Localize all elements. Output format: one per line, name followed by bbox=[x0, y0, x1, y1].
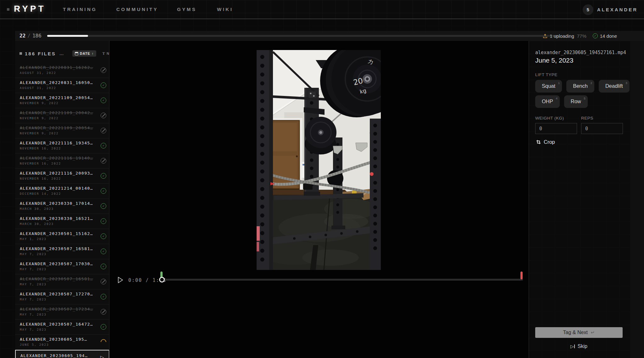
weight-input[interactable] bbox=[535, 123, 577, 134]
file-date: JUNE 5, 2023 bbox=[20, 343, 97, 346]
lift-button-label: Squat bbox=[542, 83, 555, 89]
file-item[interactable]: ALEXANDER_20221116_20093… NOVEMBER 16, 2… bbox=[15, 169, 109, 184]
sort-direction-arrow-icon: ↑ bbox=[92, 52, 94, 55]
check-circle-icon bbox=[101, 294, 106, 299]
current-filename: alexander_20230605_194527161.mp4 bbox=[535, 50, 626, 55]
files-menu-button[interactable]: … bbox=[59, 51, 64, 56]
counter-separator: / bbox=[25, 33, 32, 39]
file-item[interactable]: ALEXANDER_20230501_15162… MAY 1, 2023 bbox=[15, 229, 109, 244]
skip-icon: ▷ bbox=[570, 344, 575, 349]
counter-total: 186 bbox=[32, 33, 42, 39]
timeline-track[interactable] bbox=[162, 279, 523, 281]
file-date: NOVEMBER 9, 2022 bbox=[20, 101, 97, 105]
crop-button[interactable]: Crop bbox=[536, 139, 555, 145]
file-item[interactable]: ALEXANDER_20230507_17270… MAY 7, 2023 bbox=[15, 289, 109, 305]
menu-icon[interactable] bbox=[7, 8, 9, 11]
skip-circle-icon bbox=[101, 67, 106, 73]
nav-item-community[interactable]: COMMUNITY bbox=[116, 7, 158, 12]
check-circle-icon bbox=[101, 249, 106, 254]
check-circle-icon bbox=[101, 188, 106, 194]
file-name: ALEXANDER_20230507_17270… bbox=[20, 292, 97, 296]
file-date: NOVEMBER 9, 2022 bbox=[20, 131, 97, 135]
file-name: ALEXANDER_20230330_16521… bbox=[20, 216, 97, 221]
file-item[interactable]: ALEXANDER_20230507_17030… MAY 7, 2023 bbox=[15, 259, 109, 274]
video-frame[interactable]: 20 kg カ bbox=[257, 50, 381, 270]
check-circle-icon bbox=[101, 143, 106, 148]
skip-button[interactable]: ▷ Skip bbox=[535, 344, 623, 349]
shortcut-key: 4 bbox=[556, 97, 557, 100]
file-name: ALEXANDER_20220831_16050… bbox=[20, 80, 97, 85]
file-item[interactable]: ALEXANDER_20230330_17014… MARCH 30, 2023 bbox=[15, 199, 109, 214]
sort-by-name-button[interactable]: T NAME bbox=[102, 51, 109, 56]
tag-next-label: Tag & Next bbox=[563, 330, 588, 335]
file-date: MAY 7, 2023 bbox=[20, 313, 97, 316]
file-date: DECEMBER 14, 2022 bbox=[20, 192, 97, 195]
trim-end-marker[interactable] bbox=[520, 271, 523, 279]
tag-and-next-button[interactable]: Tag & Next ↵ bbox=[535, 327, 623, 338]
file-date: MAY 1, 2023 bbox=[20, 237, 97, 241]
progress-fill bbox=[47, 35, 88, 37]
check-circle-icon bbox=[101, 173, 106, 179]
file-item[interactable]: ALEXANDER_20221109_20054… NOVEMBER 9, 20… bbox=[15, 123, 109, 138]
playhead-handle[interactable] bbox=[159, 277, 165, 282]
file-name: ALEXANDER_20230330_17014… bbox=[20, 201, 97, 206]
done-label: 14 done bbox=[600, 33, 617, 39]
file-name: ALEXANDER_20230507_16581… bbox=[20, 246, 97, 251]
sort-by-date-button[interactable]: DATE ↑ bbox=[72, 50, 97, 57]
file-name: ALEXANDER_20221109_20054… bbox=[20, 95, 97, 100]
lift-button-label: Bench bbox=[573, 83, 588, 89]
nav-item-training[interactable]: TRAINING bbox=[63, 7, 97, 12]
app-logo[interactable]: RYPT bbox=[14, 4, 46, 14]
file-item[interactable]: ALEXANDER_20230507_16581… MAY 7, 2023 bbox=[15, 244, 109, 259]
lift-button-label: Row bbox=[571, 98, 581, 104]
file-item[interactable]: ALEXANDER_20230605_195… JUNE 5, 2023 bbox=[15, 335, 109, 350]
file-item[interactable]: ALEXANDER_20230330_16521… MARCH 30, 2023 bbox=[15, 214, 109, 229]
file-date: MAY 7, 2023 bbox=[20, 298, 97, 301]
lift-button-row[interactable]: Row 5 bbox=[564, 95, 588, 108]
file-date: AUGUST 31, 2022 bbox=[20, 86, 97, 90]
check-circle-icon bbox=[101, 324, 106, 330]
reps-input[interactable] bbox=[581, 123, 623, 134]
nav-item-wiki[interactable]: WIKI bbox=[217, 7, 233, 12]
file-list: ALEXANDER_20220831_16262… AUGUST 31, 202… bbox=[15, 63, 109, 358]
lift-button-label: OHP bbox=[542, 98, 553, 104]
weight-label: WEIGHT (KG) bbox=[535, 116, 577, 120]
nav-item-gyms[interactable]: GYMS bbox=[177, 7, 197, 12]
file-name: ALEXANDER_20220831_16262… bbox=[20, 65, 97, 70]
lift-button-bench[interactable]: Bench 2 bbox=[566, 80, 594, 92]
check-circle-icon bbox=[101, 233, 106, 239]
skip-circle-icon bbox=[101, 113, 106, 118]
sidebar-header: 186 FILES … DATE ↑ T NAME bbox=[15, 41, 109, 63]
file-item[interactable]: ALEXANDER_20221116_19345… NOVEMBER 16, 2… bbox=[15, 138, 109, 154]
file-date: MAY 7, 2023 bbox=[20, 328, 97, 331]
file-item[interactable]: ALEXANDER_20220831_16050… AUGUST 31, 202… bbox=[15, 78, 109, 93]
shortcut-key: 2 bbox=[591, 81, 592, 85]
file-item[interactable]: ALEXANDER_20221109_20042… NOVEMBER 9, 20… bbox=[15, 108, 109, 123]
lift-button-deadlift[interactable]: Deadlift 3 bbox=[599, 80, 630, 92]
skip-label: Skip bbox=[578, 344, 587, 349]
upload-status: 1 uploading 77% ✓ 14 done bbox=[543, 31, 617, 41]
file-item[interactable]: ALEXANDER_20230507_16581… MAY 7, 2023 bbox=[15, 274, 109, 289]
file-counter: 22/186 bbox=[19, 33, 42, 39]
file-item[interactable]: ALEXANDER_20230507_17234… MAY 7, 2023 bbox=[15, 305, 109, 320]
file-item[interactable]: ALEXANDER_20221109_20054… NOVEMBER 9, 20… bbox=[15, 93, 109, 108]
user-menu[interactable]: 5 ALEXANDER bbox=[583, 0, 638, 19]
file-item-selected[interactable]: ALEXANDER_20230605_194… bbox=[15, 350, 109, 358]
lift-button-ohp[interactable]: OHP 4 bbox=[535, 95, 560, 108]
file-date: AUGUST 31, 2022 bbox=[20, 71, 97, 75]
user-count-badge[interactable]: 5 bbox=[583, 4, 593, 15]
file-name: ALEXANDER_20230501_15162… bbox=[20, 231, 97, 236]
play-button[interactable] bbox=[117, 277, 124, 283]
file-item[interactable]: ALEXANDER_20221116_19140… NOVEMBER 16, 2… bbox=[15, 154, 109, 169]
file-item[interactable]: ALEXANDER_20220831_16262… AUGUST 31, 202… bbox=[15, 63, 109, 78]
file-item[interactable]: ALEXANDER_20230507_16472… MAY 7, 2023 bbox=[15, 320, 109, 335]
play-icon bbox=[100, 355, 106, 358]
file-item[interactable]: ALEXANDER_20221214_00140… DECEMBER 14, 2… bbox=[15, 184, 109, 199]
sort-name-label: NAME bbox=[107, 52, 109, 55]
counter-current: 22 bbox=[19, 33, 25, 39]
lift-button-squat[interactable]: Squat 1 bbox=[535, 80, 562, 92]
file-sidebar: 186 FILES … DATE ↑ T NAME ALEXANDER_2022… bbox=[15, 41, 109, 358]
current-file-date: June 5, 2023 bbox=[535, 57, 573, 64]
crop-label: Crop bbox=[544, 139, 555, 145]
done-status: ✓ 14 done bbox=[593, 33, 617, 39]
